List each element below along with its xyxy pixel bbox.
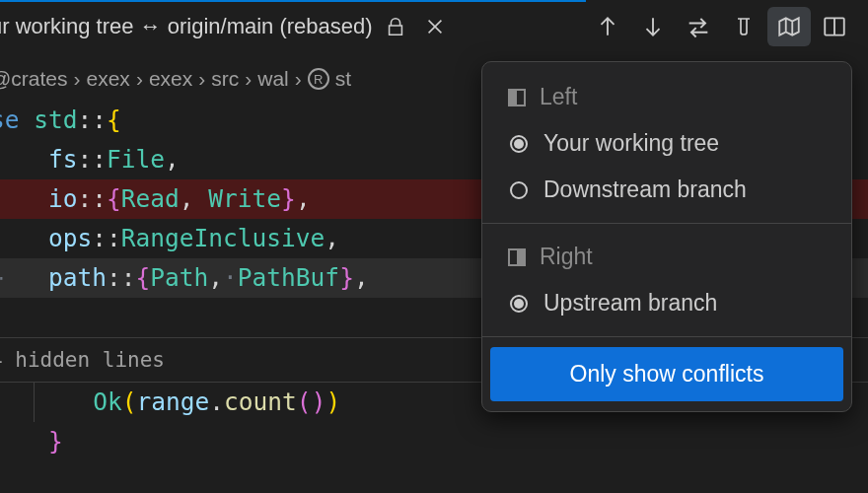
split-layout-button[interactable]: [813, 7, 856, 46]
crumb[interactable]: @crates: [0, 67, 68, 91]
chevron-right-icon: ›: [136, 67, 143, 91]
crumb[interactable]: st: [335, 67, 351, 91]
crumb[interactable]: src: [211, 67, 239, 91]
chevron-right-icon: ›: [295, 67, 302, 91]
crumb[interactable]: exex: [149, 67, 192, 91]
radio-checked-icon: [510, 295, 528, 313]
editor-toolbar: [586, 0, 868, 53]
diff-layout-popup: Left Your working tree Downstream branch…: [481, 61, 852, 412]
popup-heading-right: Right: [490, 234, 843, 280]
popup-heading-label: Left: [540, 84, 577, 110]
crumb[interactable]: exex: [87, 67, 130, 91]
popup-heading-left: Left: [490, 74, 843, 120]
radio-unchecked-icon: [510, 181, 528, 199]
popup-item-label: Upstream branch: [543, 290, 717, 317]
next-change-button[interactable]: [631, 7, 675, 46]
readonly-lock-icon: [385, 16, 406, 37]
popup-item-label: Downstream branch: [543, 176, 747, 203]
code-line: }: [0, 422, 868, 461]
popup-item-label: Your working tree: [543, 130, 719, 157]
prev-change-button[interactable]: [586, 7, 629, 46]
tab-title: ur working tree ↔ origin/main (rebased): [0, 14, 373, 39]
only-show-conflicts-button[interactable]: Only show conflicts: [490, 347, 843, 401]
popup-heading-label: Right: [540, 244, 593, 270]
pane-left-icon: [508, 89, 526, 106]
swap-sides-button[interactable]: [677, 7, 720, 46]
radio-checked-icon: [510, 135, 528, 153]
chevron-right-icon: ›: [245, 67, 252, 91]
popup-option-downstream[interactable]: Downstream branch: [490, 167, 843, 213]
crumb[interactable]: wal: [257, 67, 289, 91]
diff-layout-button[interactable]: [767, 7, 811, 46]
rust-file-icon: R: [308, 68, 329, 90]
chevron-right-icon: ›: [198, 67, 205, 91]
chevron-right-icon: ›: [74, 67, 81, 91]
pane-right-icon: [508, 248, 526, 266]
close-tab-icon[interactable]: [424, 16, 446, 37]
whitespace-button[interactable]: [722, 7, 765, 46]
popup-option-upstream[interactable]: Upstream branch: [490, 280, 843, 326]
popup-option-working-tree[interactable]: Your working tree: [490, 120, 843, 167]
